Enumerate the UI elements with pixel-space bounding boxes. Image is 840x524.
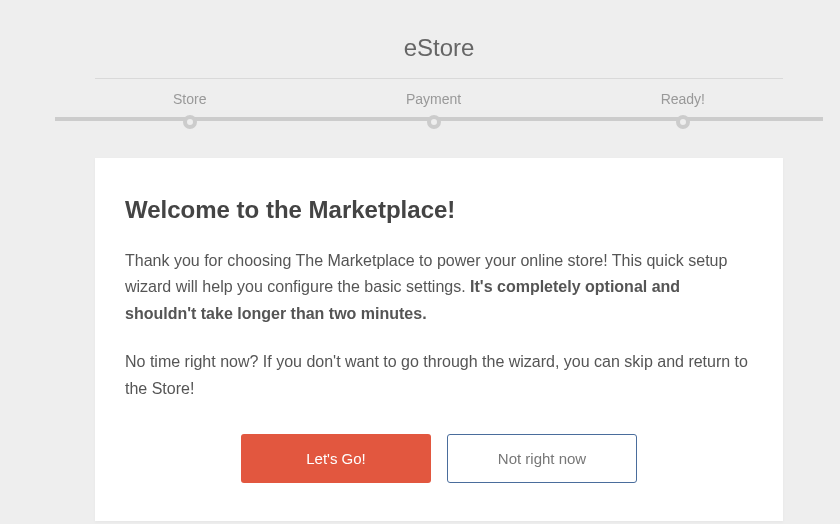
step-label: Store	[173, 79, 206, 107]
step-ready: Ready!	[661, 79, 705, 129]
step-store: Store	[173, 79, 206, 129]
step-payment: Payment	[406, 79, 461, 129]
lets-go-button[interactable]: Let's Go!	[241, 434, 431, 483]
wizard-container: eStore Store Payment Ready! Welcome to t…	[0, 28, 840, 521]
stepper-steps: Store Payment Ready!	[95, 79, 783, 129]
skip-text: No time right now? If you don't want to …	[125, 349, 753, 402]
stepper: Store Payment Ready!	[95, 79, 783, 134]
header: eStore	[95, 28, 783, 79]
step-label: Ready!	[661, 79, 705, 107]
step-dot-icon	[676, 115, 690, 129]
intro-text: Thank you for choosing The Marketplace t…	[125, 248, 753, 327]
step-dot-icon	[427, 115, 441, 129]
card-title: Welcome to the Marketplace!	[125, 196, 753, 224]
not-now-button[interactable]: Not right now	[447, 434, 637, 483]
step-dot-icon	[183, 115, 197, 129]
app-title: eStore	[95, 28, 783, 68]
welcome-card: Welcome to the Marketplace! Thank you fo…	[95, 158, 783, 521]
step-label: Payment	[406, 79, 461, 107]
button-row: Let's Go! Not right now	[125, 434, 753, 483]
